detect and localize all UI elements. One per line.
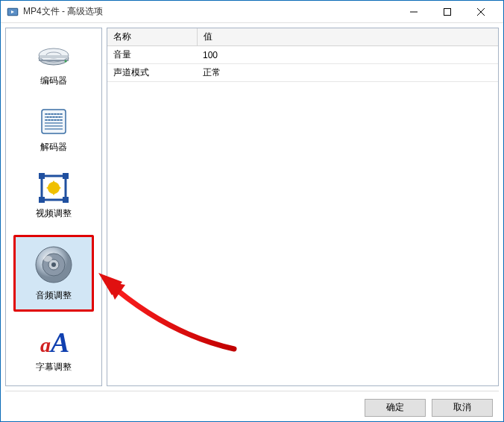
sidebar-item-label: 视频调整 (36, 207, 72, 220)
window: MP4文件 - 高级选项 (0, 0, 504, 422)
sidebar-item-subtitle-adjust[interactable]: a A 字幕调整 (16, 322, 91, 378)
decoder-icon (36, 107, 72, 136)
sidebar-item-label: 解码器 (40, 141, 67, 154)
svg-rect-10 (40, 55, 68, 58)
svg-rect-38 (39, 173, 45, 179)
maximize-button[interactable] (430, 1, 464, 23)
annotation-arrow (85, 252, 249, 356)
window-title: MP4文件 - 高级选项 (23, 5, 397, 18)
col-header-value[interactable]: 值 (197, 28, 498, 46)
sidebar-item-label: 音频调整 (36, 289, 72, 302)
svg-point-34 (54, 119, 56, 121)
svg-rect-13 (42, 110, 66, 133)
subtitle-adjust-icon: a A (36, 327, 72, 356)
svg-text:A: A (49, 327, 69, 358)
svg-point-25 (60, 113, 62, 115)
table-row[interactable]: 声道模式 正常 (107, 64, 498, 82)
ok-button[interactable]: 确定 (365, 399, 426, 417)
cancel-button[interactable]: 取消 (432, 399, 493, 417)
titlebar: MP4文件 - 高级选项 (1, 1, 503, 23)
cell-name: 声道模式 (107, 64, 197, 82)
svg-rect-39 (63, 173, 69, 179)
col-header-name[interactable]: 名称 (107, 28, 197, 46)
sidebar-item-encoder[interactable]: 编码器 (16, 36, 91, 92)
properties-table: 名称 值 音量 100 声道模式 正常 (107, 28, 498, 82)
svg-point-33 (51, 119, 53, 121)
svg-point-31 (45, 119, 47, 121)
svg-rect-40 (39, 197, 45, 203)
svg-rect-4 (444, 8, 450, 15)
cell-value[interactable]: 正常 (197, 64, 498, 82)
svg-point-35 (57, 119, 59, 121)
video-adjust-icon (36, 173, 72, 203)
svg-point-26 (47, 116, 48, 118)
cell-name: 音量 (107, 46, 197, 64)
svg-point-36 (60, 119, 62, 121)
main-area: 编码器 (5, 28, 499, 386)
svg-point-21 (48, 113, 50, 115)
close-button[interactable] (464, 1, 497, 23)
svg-rect-41 (63, 197, 69, 203)
app-icon (7, 6, 19, 18)
svg-point-28 (53, 116, 54, 118)
svg-point-23 (54, 113, 56, 115)
dialog-body: 编码器 (1, 23, 503, 422)
audio-adjust-icon (31, 245, 76, 285)
table-row[interactable]: 音量 100 (107, 46, 498, 64)
sidebar-item-label: 编码器 (40, 75, 67, 87)
svg-point-22 (51, 113, 53, 115)
svg-text:a: a (40, 333, 51, 356)
sidebar: 编码器 (5, 28, 102, 386)
sidebar-item-decoder[interactable]: 解码器 (16, 102, 91, 158)
encoder-icon (36, 40, 72, 70)
svg-point-20 (45, 113, 47, 115)
svg-point-29 (56, 116, 57, 118)
window-controls (397, 1, 497, 23)
sidebar-item-video-adjust[interactable]: 视频调整 (16, 169, 91, 224)
sidebar-item-label: 字幕调整 (36, 361, 72, 374)
svg-marker-54 (107, 282, 125, 300)
svg-rect-11 (39, 60, 69, 61)
cell-value[interactable]: 100 (197, 46, 498, 64)
svg-point-32 (48, 119, 50, 121)
svg-point-30 (59, 116, 60, 118)
content-panel: 名称 值 音量 100 声道模式 正常 (107, 28, 499, 386)
svg-point-24 (57, 113, 59, 115)
svg-point-51 (43, 256, 52, 262)
svg-point-50 (51, 262, 56, 267)
dialog-footer: 确定 取消 (5, 391, 499, 422)
sidebar-item-audio-adjust[interactable]: 音频调整 (13, 235, 94, 312)
svg-point-12 (65, 60, 67, 63)
minimize-button[interactable] (397, 1, 430, 23)
svg-point-27 (50, 116, 51, 118)
